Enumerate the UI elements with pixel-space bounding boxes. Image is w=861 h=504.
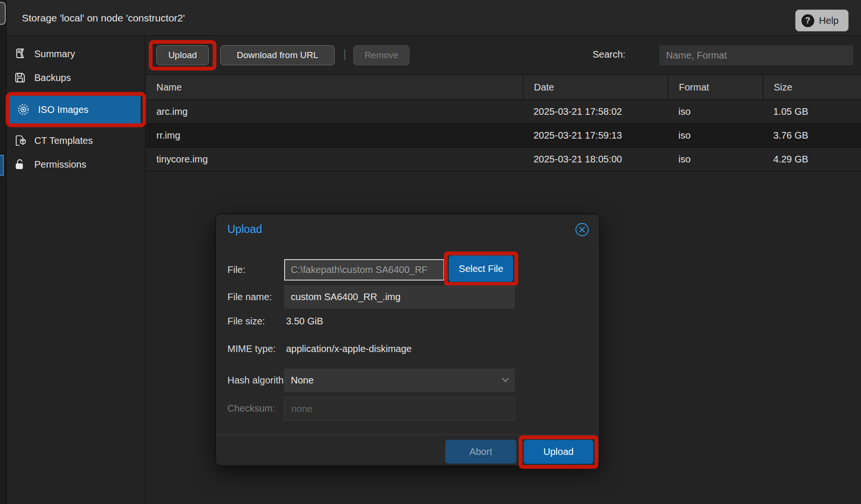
cell-format: iso — [668, 100, 763, 123]
table-row[interactable]: tinycore.img 2025-03-21 18:05:00 iso 4.2… — [146, 148, 861, 171]
download-from-url-button[interactable]: Download from URL — [220, 45, 335, 65]
search-input[interactable] — [659, 45, 853, 65]
table-row[interactable]: arc.img 2025-03-21 17:58:02 iso 1.05 GB — [146, 100, 861, 124]
cell-size: 3.76 GB — [763, 124, 861, 147]
upload-button[interactable]: Upload — [156, 45, 209, 65]
floppy-icon — [14, 72, 26, 83]
cell-name: arc.img — [146, 100, 523, 123]
close-icon[interactable] — [574, 222, 590, 237]
file-label: File: — [227, 264, 246, 275]
iso-images-table: Name Date Format Size arc.img 2025-03-21… — [146, 74, 861, 171]
sidebar-item-label: Backups — [34, 72, 71, 83]
sidebar-item-label: ISO Images — [38, 104, 89, 115]
abort-button[interactable]: Abort — [445, 440, 516, 464]
cell-date: 2025-03-21 18:05:00 — [523, 148, 668, 171]
table-header-row: Name Date Format Size — [146, 74, 861, 100]
page-title: Storage 'local' on node 'constructor2' — [22, 0, 185, 36]
file-path-input[interactable] — [284, 259, 444, 281]
hash-algorithm-value: None — [291, 375, 314, 386]
cell-date: 2025-03-21 17:59:13 — [523, 124, 668, 147]
column-header-size[interactable]: Size — [763, 75, 861, 100]
help-icon: ? — [801, 14, 814, 27]
dialog-footer-divider — [216, 434, 599, 435]
table-row[interactable]: rr.img 2025-03-21 17:59:13 iso 3.76 GB — [146, 124, 861, 148]
ct-template-icon — [14, 135, 26, 146]
book-icon — [14, 48, 26, 60]
mime-type-value: application/x-apple-diskimage — [286, 343, 411, 354]
file-name-input[interactable] — [284, 285, 515, 309]
unlock-icon — [14, 159, 26, 170]
dialog-title: Upload — [227, 223, 262, 236]
panel-header: Storage 'local' on node 'constructor2' ?… — [7, 0, 861, 36]
cell-format: iso — [668, 148, 763, 171]
sidebar-item-iso-images[interactable]: ISO Images — [10, 96, 141, 123]
upload-dialog: Upload File: Select File File name: File… — [215, 214, 600, 466]
dialog-upload-button[interactable]: Upload — [523, 440, 594, 464]
disc-icon — [17, 103, 30, 116]
help-button-label: Help — [819, 15, 839, 26]
search-label: Search: — [593, 49, 625, 60]
collapsed-tree-strip — [0, 0, 7, 504]
storage-sidebar: Summary Backups ISO Images CT Templates … — [7, 36, 145, 504]
file-name-label: File name: — [227, 292, 272, 302]
cell-name: rr.img — [146, 124, 523, 147]
cell-size: 4.29 GB — [763, 148, 861, 171]
column-header-name[interactable]: Name — [146, 75, 523, 100]
file-size-label: File size: — [227, 316, 265, 327]
remove-button[interactable]: Remove — [353, 45, 410, 65]
sidebar-item-label: CT Templates — [34, 135, 93, 146]
tree-selected-node-edge — [0, 155, 4, 176]
sidebar-item-ct-templates[interactable]: CT Templates — [7, 129, 145, 152]
mime-type-label: MIME type: — [227, 343, 276, 354]
sidebar-item-label: Summary — [34, 49, 75, 60]
sidebar-item-summary[interactable]: Summary — [7, 42, 145, 66]
cell-date: 2025-03-21 17:58:02 — [523, 100, 668, 123]
sidebar-item-backups[interactable]: Backups — [7, 66, 145, 90]
file-size-value: 3.50 GiB — [286, 316, 323, 327]
cell-name: tinycore.img — [146, 148, 523, 171]
checksum-label: Checksum: — [227, 403, 275, 414]
column-header-date[interactable]: Date — [523, 75, 668, 100]
sidebar-item-label: Permissions — [34, 159, 86, 170]
checksum-input[interactable] — [284, 397, 515, 421]
toolbar-separator: | — [343, 47, 346, 60]
hash-algorithm-select[interactable]: None — [284, 369, 515, 392]
sidebar-item-permissions[interactable]: Permissions — [7, 152, 145, 176]
chevron-down-icon — [502, 377, 509, 383]
tree-splitter-handle[interactable] — [0, 2, 6, 25]
storage-content-panel: Storage 'local' on node 'constructor2' ?… — [0, 0, 861, 504]
column-header-format[interactable]: Format — [668, 75, 763, 100]
help-button[interactable]: ? Help — [795, 10, 849, 31]
cell-format: iso — [668, 124, 763, 147]
cell-size: 1.05 GB — [763, 100, 861, 123]
select-file-button[interactable]: Select File — [449, 255, 513, 282]
